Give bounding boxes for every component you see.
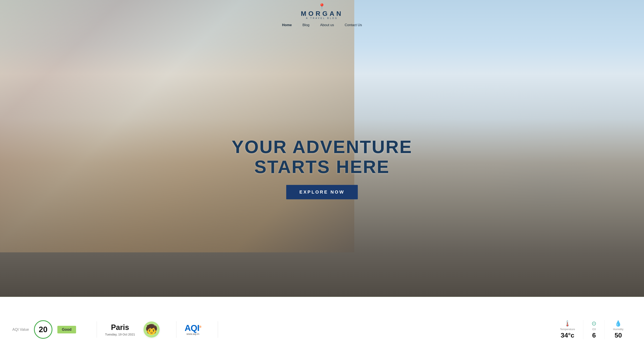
humidity-stat: 💧 Humidity 50 [604, 320, 632, 339]
nav-item-about[interactable]: About us [320, 23, 334, 27]
temperature-value: 34°c [561, 332, 574, 339]
brand-logo: 📍 MORGAN A TRAVEL BLOG [301, 4, 343, 19]
weather-bar: AQI Value 20 Good Paris Tuesday, 19 Oct … [0, 297, 644, 362]
mascot: 🧒 [143, 321, 160, 338]
city-date: Tuesday, 19 Oct 2021 [105, 332, 135, 336]
city-info: Paris Tuesday, 19 Oct 2021 [105, 323, 135, 336]
navbar: 📍 MORGAN A TRAVEL BLOG Home Blog About u… [0, 0, 644, 27]
thermometer-icon: 🌡️ [564, 320, 571, 327]
aqi-circle: 20 [34, 320, 52, 339]
o3-stat: ⊙ O3 6 [583, 320, 604, 339]
hero-content: YOUR ADVENTURE STARTS HERE EXPLORE NOW [232, 125, 412, 200]
nav-links: Home Blog About us Contact Us [282, 23, 362, 27]
aqi-label: AQI Value [12, 328, 29, 332]
nav-link-contact[interactable]: Contact Us [344, 23, 362, 27]
temperature-label: Temperature [560, 328, 575, 331]
pin-icon: 📍 [318, 4, 326, 10]
brand-tagline: A TRAVEL BLOG [306, 17, 338, 19]
o3-label: O3 [592, 328, 596, 331]
nav-link-blog[interactable]: Blog [302, 23, 310, 27]
aqi-logo-text: AQI® [185, 324, 201, 332]
nav-link-about[interactable]: About us [320, 23, 334, 27]
divider-3 [218, 321, 218, 338]
nav-item-blog[interactable]: Blog [302, 23, 310, 27]
city-name: Paris [111, 323, 129, 332]
aqi-url: www.aqi.in [186, 332, 199, 336]
hero-section: 📍 MORGAN A TRAVEL BLOG Home Blog About u… [0, 0, 644, 297]
o3-icon: ⊙ [592, 320, 596, 327]
explore-now-button[interactable]: EXPLORE NOW [286, 185, 358, 199]
hero-headline-line2: STARTS HERE [254, 156, 390, 177]
o3-value: 6 [592, 332, 596, 339]
weather-stats: 🌡️ Temperature 34°c ⊙ O3 6 💧 Humidity 50 [552, 320, 632, 339]
nav-item-contact[interactable]: Contact Us [344, 23, 362, 27]
nav-link-home[interactable]: Home [282, 23, 292, 27]
humidity-value: 50 [614, 332, 622, 339]
aqi-status-badge: Good [57, 326, 76, 334]
nav-item-home[interactable]: Home [282, 23, 292, 27]
humidity-icon: 💧 [614, 320, 622, 327]
aqi-brand-logo: AQI® www.aqi.in [185, 324, 201, 336]
humidity-label: Humidity [613, 328, 624, 331]
brand-name: MORGAN [301, 10, 343, 18]
mascot-figure: 🧒 [144, 322, 160, 338]
divider-2 [176, 321, 176, 338]
temperature-stat: 🌡️ Temperature 34°c [552, 320, 583, 339]
hero-headline: YOUR ADVENTURE STARTS HERE [232, 137, 412, 177]
hero-headline-line1: YOUR ADVENTURE [232, 136, 412, 157]
aqi-value: 20 [39, 325, 48, 334]
